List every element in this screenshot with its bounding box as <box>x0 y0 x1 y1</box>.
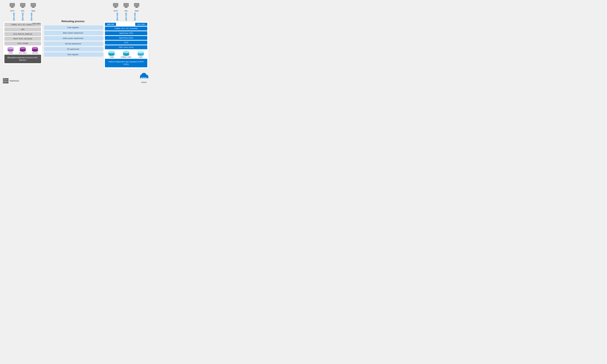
left-db-db2: Db2, IDMS <box>19 47 27 54</box>
right-terminal-3270: 3270 <box>112 3 119 12</box>
svg-rect-2 <box>11 7 13 7</box>
left-section: 3270 4GL <box>3 3 43 65</box>
right-db-label-hidb: HiDB <box>139 56 143 58</box>
right-section: 3270 4GL <box>103 3 149 69</box>
svg-rect-34 <box>136 7 138 7</box>
right-arrows: ⬆ ⬇ ⬆ ⬇ ⬆ ⬇ <box>115 13 137 21</box>
left-bar-cics: CICS, IMS-DC, IDMS-DC <box>4 32 41 36</box>
right-top-badges: BMS GW Web, WAS <box>105 23 147 26</box>
process-rows: Code migration Batch system replacement … <box>44 26 102 57</box>
left-arrows: ⬆ ⬇ ⬆ ⬇ ⬆ ⬇ <box>12 13 34 21</box>
svg-rect-27 <box>114 7 117 8</box>
svg-point-38 <box>108 53 115 56</box>
arrow-down-3: ⬇ <box>29 17 34 21</box>
left-db-label-imsdb: IMS-DB <box>32 52 38 54</box>
cloud-icon <box>139 72 149 80</box>
mainframe-text: Mainframe <box>10 80 19 82</box>
process-label-1: Batch system replacement <box>44 31 102 35</box>
svg-rect-29 <box>124 3 128 6</box>
middle-section: Rehosting process Code migration Batch s… <box>43 20 103 57</box>
process-label-5: Data migration <box>44 52 102 57</box>
svg-point-23 <box>32 47 38 49</box>
left-terminal-3270: 3270 <box>9 3 15 12</box>
arrow-down-1: ⬇ <box>12 17 16 21</box>
left-arrow-col-2: ⬆ ⬇ <box>20 13 25 21</box>
monitor-icon-right-1 <box>112 3 119 9</box>
monitor-icon-right-2 <box>123 3 129 9</box>
right-platform-box: Platform-independent open standards (TCP… <box>105 59 147 67</box>
right-bar-unix: UNIX, Linux, zLinux <box>105 45 147 49</box>
right-terminal-4gl: 4GL <box>123 3 129 12</box>
left-web-was-badge: Web, WAS <box>32 22 41 25</box>
left-arrow-col-3: ⬆ ⬇ <box>29 13 34 21</box>
svg-point-44 <box>123 51 129 53</box>
server-rack-1 <box>3 78 9 80</box>
svg-rect-26 <box>115 7 116 7</box>
process-label-2: Online system replacement <box>44 36 102 40</box>
left-db-vsam: VSAM <box>7 47 14 54</box>
right-arrow-col-1: ⬆ ⬇ <box>115 13 120 21</box>
svg-point-48 <box>138 53 144 56</box>
svg-rect-9 <box>31 3 36 6</box>
svg-point-14 <box>8 50 14 52</box>
svg-point-39 <box>108 51 115 53</box>
left-db-imsdb: IMS-DB <box>31 47 39 54</box>
right-terminals-row: 3270 4GL <box>112 3 140 12</box>
svg-rect-7 <box>21 7 25 8</box>
right-bar-online: OpenFrame Online <box>105 36 147 40</box>
left-bar-racf: RACF, ACF2, Top Secret <box>4 37 41 41</box>
left-bar-zos: Z/OS, OS/390 <box>4 41 41 45</box>
server-icon <box>3 78 9 83</box>
svg-rect-6 <box>22 7 24 7</box>
right-db-rdbms: RDBMS, IDMS <box>121 51 131 58</box>
monitor-icon-left-2 <box>20 3 26 9</box>
right-db-hidb: HiDB <box>137 51 145 58</box>
process-label-0: Code migration <box>44 26 102 30</box>
svg-rect-35 <box>135 7 138 8</box>
process-row-2: Online system replacement <box>44 36 102 40</box>
svg-point-22 <box>32 50 38 52</box>
svg-point-49 <box>138 51 144 53</box>
left-system-box: Web, WAS COBOL, PL/1, JCL, Assembler JES… <box>3 21 43 65</box>
process-row-1: Batch system replacement <box>44 31 102 35</box>
svg-rect-31 <box>124 7 128 8</box>
svg-point-43 <box>123 53 129 56</box>
process-row-0: Code migration <box>44 26 102 30</box>
right-bar-cobol: COBOL, PL/1, JCL, Assembler <box>105 26 147 30</box>
left-terminal-web: Web <box>30 3 36 12</box>
rehosting-title: Rehosting process <box>61 20 84 23</box>
main-container: 3270 4GL <box>3 3 149 69</box>
svg-rect-30 <box>125 7 127 7</box>
left-databases-row: VSAM Db2, IDMS <box>4 47 41 54</box>
svg-point-18 <box>20 50 26 52</box>
right-terminal-web: Web <box>134 3 140 12</box>
azure-section: Azure <box>139 72 149 83</box>
left-platform-box: IBM platform-dependent protocols (SNA, E… <box>4 55 41 63</box>
right-system-box: BMS GW Web, WAS COBOL, PL/1, JCL, Assemb… <box>103 21 149 69</box>
left-arrow-col-1: ⬆ ⬇ <box>12 13 16 21</box>
bottom-section: Mainframe Azure <box>3 72 149 83</box>
right-db-label-tsam: TSAM <box>109 56 114 58</box>
bms-gw-badge: BMS GW <box>105 23 116 26</box>
left-terminals-row: 3270 4GL <box>9 3 36 12</box>
right-arrow-down-1: ⬇ <box>115 17 120 21</box>
right-databases-row: TSAM RDBMS, IDMS <box>105 51 147 58</box>
svg-point-15 <box>8 47 14 49</box>
svg-rect-3 <box>11 7 14 8</box>
right-arrow-down-3: ⬇ <box>133 17 137 21</box>
left-db-label-vsam: VSAM <box>8 52 13 54</box>
left-bar-jes: JES <box>4 27 41 31</box>
svg-rect-1 <box>10 3 14 6</box>
azure-text: Azure <box>141 81 147 83</box>
svg-rect-25 <box>113 3 118 6</box>
monitor-icon-left-1 <box>9 3 15 9</box>
svg-rect-11 <box>32 7 35 8</box>
right-arrow-col-2: ⬆ ⬇ <box>124 13 128 21</box>
right-arrow-down-2: ⬇ <box>124 17 128 21</box>
process-label-4: OS replacement <box>44 47 102 51</box>
right-bar-tjes: OpenFrame TJES <box>105 31 147 35</box>
process-row-5: Data migration <box>44 52 102 57</box>
monitor-icon-left-3 <box>30 3 36 9</box>
svg-rect-33 <box>134 3 139 6</box>
process-row-4: OS replacement <box>44 47 102 51</box>
